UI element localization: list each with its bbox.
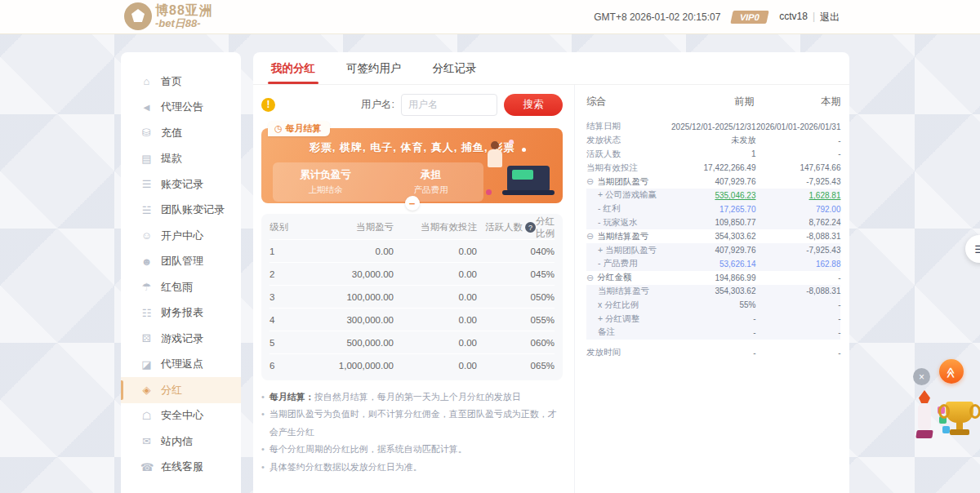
sidebar: ⌂首页 ◄代理公告 ⛁充值 ▤提款 ☰账变记录 ☱团队账变记录 ☺开户中心 ☻团… <box>121 52 241 493</box>
header-right: GMT+8 2026-01-02 20:15:07 VIP0 cctv18 | … <box>594 0 840 34</box>
laptop-graphic <box>507 166 550 192</box>
cell-ratio: 50% <box>536 292 555 302</box>
cell-level: 6 <box>270 361 312 371</box>
summary-row-payout-time: 发放时间 - - <box>586 344 840 358</box>
summary-col-current: 本期 <box>754 95 840 109</box>
previous-balance-subtitle: 上期结余 <box>273 184 378 196</box>
tab-signable-users[interactable]: 可签约用户 <box>346 52 402 84</box>
username[interactable]: cctv18 <box>779 11 808 24</box>
sidebar-item-label: 代理公告 <box>161 100 203 114</box>
report-icon: ☷ <box>140 307 153 319</box>
banner-collapse-toggle[interactable]: − <box>405 196 420 211</box>
sidebar-item-agent-rebate[interactable]: ◪代理返点 <box>121 352 241 378</box>
back-to-top-button[interactable]: ≪ <box>939 359 964 384</box>
sidebar-item-deposit[interactable]: ⛁充值 <box>121 120 241 146</box>
deposit-icon: ⛁ <box>140 127 153 139</box>
bullet: • <box>261 389 265 406</box>
sidebar-item-team-account-records[interactable]: ☱团队账变记录 <box>121 198 241 224</box>
side-float-button[interactable]: ☰ <box>965 235 980 263</box>
summary-row-payout-status: 发放状态 未发放 - <box>586 134 840 148</box>
sidebar-item-open-account-center[interactable]: ☺开户中心 <box>121 223 241 249</box>
summary-label: 当期有效投注 <box>586 162 671 174</box>
close-promo-button[interactable]: × <box>913 368 930 385</box>
summary-cur-value: 147,674.66 <box>755 163 840 172</box>
mail-icon: ✉ <box>140 435 153 447</box>
summary-row-dividend-ratio: x 分红比例 55% - <box>586 298 840 312</box>
summary-row-active-users: 活跃人数 1 - <box>586 148 840 162</box>
cell-level: 4 <box>270 315 312 325</box>
cell-level: 5 <box>270 338 312 348</box>
summary-cur-value-link[interactable]: 1,628.81 <box>755 191 840 200</box>
table-header-row: 级别 当期盈亏 当期有效投注 活跃人数? 分红比例 <box>270 215 555 240</box>
summary-label: - 玩家返水 <box>586 217 671 229</box>
summary-row-remark: 备注 - - <box>586 326 840 340</box>
summary-prev-value: 354,303.62 <box>671 232 755 241</box>
sidebar-item-withdraw[interactable]: ▤提款 <box>121 146 241 172</box>
dividend-left-column: ! 用户名: 搜索 ◷ 每月结算 彩票, 棋牌, 电子, 体育, 真人, 捕鱼,… <box>253 85 574 493</box>
sidebar-item-game-records[interactable]: ⚄游戏记录 <box>121 326 241 352</box>
collapse-icon[interactable]: ⊖ <box>586 273 594 282</box>
header-divider: | <box>813 11 815 24</box>
logout-link[interactable]: 退出 <box>820 11 840 24</box>
cell-bets: 0.00 <box>394 315 477 325</box>
main-panel: 我的分红 可签约用户 分红记录 ! 用户名: 搜索 ◷ 每月结算 彩票, 棋牌,… <box>253 52 849 493</box>
sidebar-item-account-records[interactable]: ☰账变记录 <box>121 171 241 198</box>
cell-ratio: 40% <box>536 246 555 256</box>
tab-dividend-records[interactable]: 分红记录 <box>433 52 477 84</box>
help-icon[interactable]: ? <box>525 222 536 233</box>
summary-prev-value: - <box>671 328 755 337</box>
team-records-icon: ☱ <box>140 204 153 216</box>
collapse-icon[interactable]: ⊖ <box>586 232 594 241</box>
trophy-stem <box>956 423 963 429</box>
sidebar-item-security-center[interactable]: ☖安全中心 <box>121 403 241 429</box>
records-icon: ☰ <box>140 178 153 190</box>
sidebar-item-customer-service[interactable]: ☎在线客服 <box>121 455 241 481</box>
search-button[interactable]: 搜索 <box>504 94 563 116</box>
cell-pnl: 500,000.00 <box>312 338 394 348</box>
summary-label: 当期团队盈亏 <box>597 176 648 188</box>
trophy-cup <box>946 402 973 423</box>
col-active-users: 活跃人数 <box>485 221 523 233</box>
brand-logo[interactable]: 博88亚洲 -bet日88- <box>124 2 213 30</box>
sidebar-item-agent-announcements[interactable]: ◄代理公告 <box>121 95 241 121</box>
summary-label: 当期结算盈亏 <box>597 231 648 242</box>
sidebar-item-home[interactable]: ⌂首页 <box>121 69 241 95</box>
soccer-ball-logo-icon <box>124 2 152 30</box>
table-row: 1 0.00 0.00 0 40% <box>270 240 555 263</box>
sidebar-item-financial-reports[interactable]: ☷财务报表 <box>121 300 241 326</box>
summary-label: 当期结算盈亏 <box>586 286 671 297</box>
sidebar-item-label: 财务报表 <box>161 305 203 320</box>
mascot-character[interactable] <box>915 390 934 444</box>
notice-icon[interactable]: ! <box>261 98 275 112</box>
summary-panel: 综合 前期 本期 结算日期 2025/12/01-2025/12/31 2026… <box>574 85 850 493</box>
collapse-icon[interactable]: ⊖ <box>586 177 594 186</box>
sidebar-item-dividend[interactable]: ◈分红 <box>121 377 241 403</box>
dividend-icon: ◈ <box>140 384 153 396</box>
trophy-graphic[interactable] <box>941 402 978 459</box>
bullet: • <box>261 406 265 441</box>
mascot-body <box>918 404 931 430</box>
sidebar-item-inbox[interactable]: ✉站内信 <box>121 429 241 455</box>
sidebar-item-team-management[interactable]: ☻团队管理 <box>121 249 241 275</box>
tab-my-dividend[interactable]: 我的分红 <box>271 52 315 84</box>
sidebar-item-label: 团队账变记录 <box>161 202 225 217</box>
summary-prev-value: - <box>671 349 755 358</box>
username-search-input[interactable] <box>401 94 497 116</box>
headset-icon: ☎ <box>140 461 153 473</box>
confetti-dot <box>486 189 492 195</box>
sidebar-item-label: 代理返点 <box>161 357 203 371</box>
cell-active: 0 <box>477 361 536 371</box>
summary-row-bonus: - 红利 17,265.70 792.00 <box>586 202 840 216</box>
sidebar-item-red-packet-rain[interactable]: ☂红包雨 <box>121 274 241 300</box>
summary-row-dividend-amount-group: ⊖分红金额 194,866.99 - <box>586 271 840 285</box>
sidebar-item-label: 提款 <box>161 151 182 166</box>
summary-label: 发放状态 <box>586 135 671 146</box>
summary-prev-value-link[interactable]: 535,046.23 <box>671 191 755 200</box>
summary-row-settlement-pnl-group: ⊖当期结算盈亏 354,303.62 -8,088.31 <box>586 229 840 243</box>
summary-row-valid-bets: 当期有效投注 17,422,266.49 147,674.66 <box>586 161 840 175</box>
sidebar-item-label: 红包雨 <box>161 280 193 295</box>
summary-prev-value: 53,626.14 <box>671 260 755 269</box>
summary-prev-value: 109,850.77 <box>671 218 755 227</box>
summary-cur-value: - <box>755 136 840 145</box>
summary-prev-value: 17,422,266.49 <box>671 163 755 172</box>
